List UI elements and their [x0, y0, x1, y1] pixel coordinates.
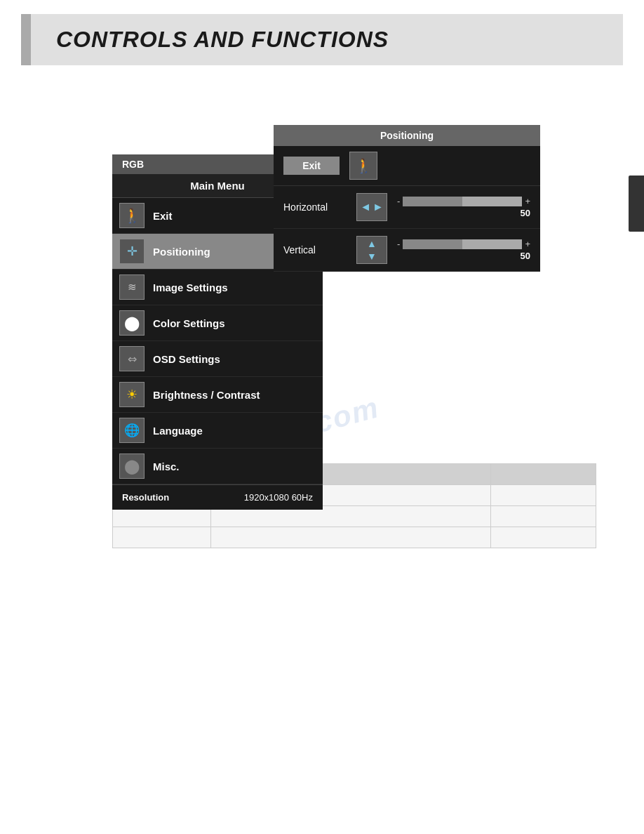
osd-positioning-label: Positioning — [153, 246, 210, 258]
brightness-icon: ☀ — [119, 382, 145, 407]
osd-footer: Resolution 1920x1080 60Hz — [112, 484, 323, 510]
page-title: CONTROLS AND FUNCTIONS — [42, 27, 389, 53]
misc-icon: ⬤ — [119, 454, 145, 479]
osd-misc-label: Misc. — [153, 461, 180, 472]
osd-image-settings-label: Image Settings — [153, 282, 228, 293]
table-cell — [491, 506, 596, 527]
horizontal-slider-fill — [403, 197, 462, 206]
table-cell — [491, 485, 596, 506]
right-accent-bar — [629, 176, 644, 232]
vertical-arrows-icon[interactable]: ▲ ▼ — [356, 236, 387, 264]
positioning-panel: Positioning Exit 🚶 Horizontal ◄ ► - + 50 — [274, 125, 540, 272]
color-settings-icon: ⬤ — [119, 310, 145, 336]
page-header: CONTROLS AND FUNCTIONS — [21, 14, 623, 65]
osd-resolution-value: 1920x1080 60Hz — [244, 492, 313, 503]
osd-language-label: Language — [153, 425, 203, 437]
image-settings-icon: ≋ — [119, 274, 145, 300]
table-cell — [210, 527, 490, 548]
osd-osd-settings-label: OSD Settings — [153, 353, 220, 365]
osd-color-settings-label: Color Settings — [153, 317, 225, 329]
osd-item-brightness-contrast[interactable]: ☀ Brightness / Contrast — [112, 377, 323, 413]
osd-settings-icon: ⇔ — [119, 346, 145, 371]
pos-exit-icon: 🚶 — [349, 152, 377, 180]
pos-vertical-row: Vertical ▲ ▼ - + 50 — [274, 229, 540, 272]
header-accent — [21, 14, 31, 65]
vertical-label: Vertical — [283, 244, 347, 256]
table-cell — [491, 527, 596, 548]
osd-brightness-label: Brightness / Contrast — [153, 389, 260, 401]
horizontal-arrows-icon[interactable]: ◄ ► — [356, 193, 387, 221]
osd-item-osd-settings[interactable]: ⇔ OSD Settings — [112, 341, 323, 377]
pos-exit-row: Exit 🚶 — [274, 146, 540, 186]
v-slider-max: + — [525, 239, 530, 249]
positioning-icon: ✛ — [119, 239, 145, 264]
table-cell — [491, 464, 596, 485]
positioning-panel-title: Positioning — [274, 125, 540, 146]
osd-item-misc[interactable]: ⬤ Misc. — [112, 449, 323, 484]
language-icon: 🌐 — [119, 418, 145, 443]
exit-icon: 🚶 — [119, 203, 145, 228]
vertical-value: 50 — [397, 251, 530, 261]
horizontal-slider-container: - + 50 — [397, 196, 530, 218]
pos-horizontal-row: Horizontal ◄ ► - + 50 — [274, 186, 540, 229]
vertical-slider-container: - + 50 — [397, 239, 530, 261]
vertical-slider-fill — [403, 239, 462, 249]
table-cell — [113, 527, 211, 548]
osd-item-language[interactable]: 🌐 Language — [112, 413, 323, 449]
horizontal-slider-track[interactable] — [403, 197, 522, 206]
h-slider-min: - — [397, 196, 400, 206]
vertical-slider-track[interactable] — [403, 239, 522, 249]
osd-item-color-settings[interactable]: ⬤ Color Settings — [112, 305, 323, 341]
pos-exit-button[interactable]: Exit — [283, 157, 340, 175]
v-slider-min: - — [397, 239, 400, 249]
osd-item-image-settings[interactable]: ≋ Image Settings — [112, 270, 323, 305]
table-row — [113, 527, 596, 548]
horizontal-label: Horizontal — [283, 201, 347, 213]
osd-exit-label: Exit — [153, 210, 173, 222]
h-slider-max: + — [525, 196, 530, 206]
osd-resolution-label: Resolution — [122, 492, 169, 503]
horizontal-value: 50 — [397, 208, 530, 218]
